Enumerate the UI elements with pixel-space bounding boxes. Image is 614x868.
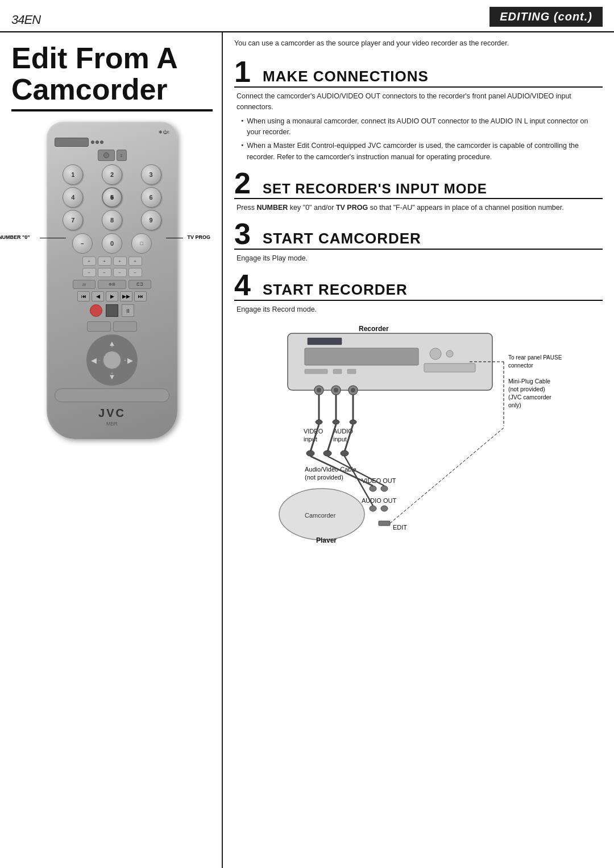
btn-1: 1 bbox=[63, 164, 83, 185]
btn-5: 5 bbox=[102, 187, 122, 208]
step-4-section: 4 START RECORDER Engage its Record mode. bbox=[234, 270, 603, 315]
step-1-section: 1 MAKE CONNECTIONS Connect the camcorder… bbox=[234, 57, 603, 163]
tvprog-label: TV PROG bbox=[187, 234, 210, 240]
step-1-bullet-1: When using a monaural camcorder, connect… bbox=[237, 116, 603, 138]
svg-rect-40 bbox=[379, 521, 390, 526]
remote-model-label: MBR bbox=[55, 421, 169, 427]
svg-text:(not provided): (not provided) bbox=[305, 474, 343, 481]
svg-line-41 bbox=[390, 428, 504, 523]
btn-extra: □ bbox=[131, 233, 152, 254]
btn-0: − bbox=[72, 233, 93, 254]
btn-2: 2 bbox=[102, 164, 122, 185]
svg-point-18 bbox=[316, 420, 322, 424]
svg-rect-6 bbox=[333, 369, 342, 374]
svg-rect-7 bbox=[347, 369, 356, 374]
svg-point-20 bbox=[333, 420, 339, 424]
number-label: NUMBER "0" bbox=[0, 234, 30, 240]
svg-point-30 bbox=[341, 450, 349, 456]
remote-numpad: 1 2 3 4 5 6 7 8 9 bbox=[55, 164, 169, 230]
svg-point-12 bbox=[334, 388, 338, 392]
right-column: You can use a camcorder as the source pl… bbox=[222, 32, 614, 868]
step-2-content: Press NUMBER key "0" and/or TV PROG so t… bbox=[234, 202, 603, 213]
rear-panel-label: To rear panel PAUSE bbox=[508, 354, 562, 361]
step-4-title: START RECORDER bbox=[263, 281, 408, 300]
svg-text:only): only) bbox=[508, 402, 521, 408]
left-column: Edit From A Camcorder NUMBER "0" TV PROG bbox=[0, 32, 222, 868]
step-2-header: 2 SET RECORDER'S INPUT MODE bbox=[234, 168, 603, 199]
svg-rect-5 bbox=[305, 369, 327, 374]
step-1-content: Connect the camcorder's AUDIO/VIDEO OUT … bbox=[234, 91, 603, 163]
recorder-label: Recorder bbox=[359, 325, 389, 333]
step-4-content: Engage its Record mode. bbox=[234, 304, 603, 315]
btn-7: 7 bbox=[63, 210, 83, 230]
svg-point-33 bbox=[370, 486, 376, 491]
btn-3: 3 bbox=[141, 164, 161, 185]
camcorder-label: Camcorder bbox=[305, 512, 336, 519]
svg-point-35 bbox=[370, 506, 376, 511]
player-label: Player bbox=[316, 536, 337, 543]
remote-illustration: NUMBER "0" TV PROG ✱⏻/I bbox=[11, 122, 213, 439]
svg-point-14 bbox=[351, 388, 355, 392]
step-1-header: 1 MAKE CONNECTIONS bbox=[234, 57, 603, 88]
step-3-section: 3 START CAMCORDER Engage its Play mode. bbox=[234, 219, 603, 264]
svg-rect-1 bbox=[305, 348, 418, 365]
svg-point-10 bbox=[317, 388, 321, 392]
step-1-bullet-2: When a Master Edit Control-equipped JVC … bbox=[237, 140, 603, 163]
btn-6: 6 bbox=[141, 187, 161, 208]
svg-text:(not provided): (not provided) bbox=[508, 386, 545, 392]
diagram-section: Recorder bbox=[234, 321, 603, 544]
svg-rect-8 bbox=[308, 338, 342, 345]
page-number: 34EN bbox=[11, 5, 40, 29]
page-header: 34EN EDITING (cont.) bbox=[0, 0, 614, 32]
video-input-text: VIDEO bbox=[304, 428, 323, 435]
step-2-title: SET RECORDER'S INPUT MODE bbox=[263, 181, 487, 198]
btn-zero: 0 bbox=[102, 233, 122, 254]
step-1-number: 1 bbox=[234, 57, 256, 86]
svg-point-28 bbox=[306, 450, 314, 456]
connection-diagram: Recorder bbox=[234, 321, 603, 543]
svg-point-36 bbox=[381, 506, 388, 511]
svg-point-34 bbox=[381, 486, 388, 491]
svg-text:input: input bbox=[333, 436, 347, 443]
audio-out-label: AUDIO OUT bbox=[362, 497, 396, 504]
main-content: Edit From A Camcorder NUMBER "0" TV PROG bbox=[0, 32, 614, 868]
page-title: Edit From A Camcorder bbox=[11, 43, 213, 111]
svg-point-3 bbox=[446, 350, 453, 357]
step-4-header: 4 START RECORDER bbox=[234, 270, 603, 301]
connector-label: connector bbox=[508, 362, 534, 369]
step-3-number: 3 bbox=[234, 219, 256, 249]
svg-point-22 bbox=[350, 420, 356, 424]
jvc-brand-label: JVC bbox=[55, 407, 169, 420]
svg-point-29 bbox=[323, 450, 331, 456]
step-3-title: START CAMCORDER bbox=[263, 230, 421, 249]
step-3-content: Engage its Play mode. bbox=[234, 253, 603, 264]
svg-rect-4 bbox=[424, 363, 475, 372]
intro-text: You can use a camcorder as the source pl… bbox=[234, 38, 603, 49]
remote-body: ✱⏻/I bbox=[47, 122, 177, 439]
svg-text:(JVC camcorder: (JVC camcorder bbox=[508, 394, 551, 400]
section-title: EDITING (cont.) bbox=[489, 7, 603, 27]
step-1-title: MAKE CONNECTIONS bbox=[263, 68, 429, 86]
btn-9: 9 bbox=[141, 210, 161, 230]
step-3-header: 3 START CAMCORDER bbox=[234, 219, 603, 250]
edit-label: EDIT bbox=[393, 524, 407, 531]
mini-plug-label: Mini-Plug Cable bbox=[508, 378, 550, 385]
step-4-number: 4 bbox=[234, 270, 256, 300]
svg-point-2 bbox=[430, 348, 441, 359]
step-2-section: 2 SET RECORDER'S INPUT MODE Press NUMBER… bbox=[234, 168, 603, 213]
btn-4: 4 bbox=[63, 187, 83, 208]
step-2-number: 2 bbox=[234, 168, 256, 198]
btn-8: 8 bbox=[102, 210, 122, 230]
